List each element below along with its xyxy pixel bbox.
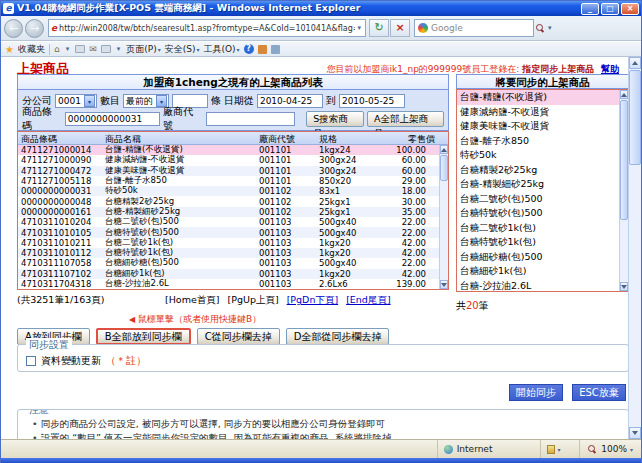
cell-spec: 1kgx20 bbox=[316, 238, 378, 248]
extension-icon[interactable] bbox=[258, 45, 267, 54]
feeds-icon[interactable] bbox=[75, 45, 85, 53]
address-dropdown-icon[interactable]: ▾ bbox=[355, 24, 363, 32]
extension-icon[interactable] bbox=[271, 45, 280, 54]
tools-menu[interactable]: 工具(O) ▾ bbox=[204, 43, 240, 56]
pagination-link[interactable]: [PgDn下頁] bbox=[287, 294, 339, 305]
print-dropdown-icon[interactable]: ▾ bbox=[115, 45, 123, 53]
cell-vendor: 001103 bbox=[256, 258, 316, 268]
vendor-input[interactable] bbox=[206, 112, 295, 126]
address-bar: ← → e http://win2008/tw/btch/searesult1.… bbox=[1, 16, 641, 41]
col-vendor: 廠商代號 bbox=[256, 132, 316, 144]
sync-list-scrollbar[interactable] bbox=[619, 90, 628, 291]
scroll-thumb[interactable] bbox=[440, 155, 448, 181]
refresh-button[interactable]: ↻ bbox=[369, 19, 389, 37]
url-text[interactable]: http://win2008/tw/btch/searesult1.asp?fr… bbox=[59, 24, 355, 33]
chevron-down-icon: ▾ bbox=[84, 95, 95, 107]
search-box[interactable]: Google bbox=[414, 19, 534, 37]
home-dropdown-icon[interactable]: ▾ bbox=[64, 45, 72, 53]
hint-annotation: ◀ 鼠標單擊（或者使用快捷鍵B） bbox=[129, 313, 449, 326]
list-item[interactable]: 台糖特號砂1k(包) bbox=[457, 235, 628, 250]
scroll-down-icon[interactable] bbox=[440, 280, 448, 289]
list-item[interactable]: 台鹽-精鹽(不收退貨) bbox=[457, 90, 628, 105]
page-content: 上架商品 您目前以加盟商ik1_np的999999號員工登錄在: 指定同步上架商… bbox=[1, 57, 641, 439]
barcode-input[interactable]: 0000000000031 bbox=[65, 112, 160, 126]
list-item[interactable]: 台糖精製2砂25kg bbox=[457, 163, 628, 178]
read-mail-icon[interactable]: ✉ bbox=[89, 44, 97, 54]
page-favicon-icon: e bbox=[51, 23, 57, 33]
forward-button[interactable]: → bbox=[25, 19, 44, 38]
zoom-control[interactable]: 100% ▾ bbox=[580, 440, 641, 458]
pagination-link[interactable]: [End尾頁] bbox=[346, 294, 390, 305]
maximize-button[interactable]: □ bbox=[601, 3, 619, 15]
product-table: 商品條碼 商品名稱 廠商代號 規格 零售價 4711271000014 台鹽-精… bbox=[17, 131, 449, 290]
address-input[interactable]: e http://win2008/tw/btch/searesult1.asp?… bbox=[48, 19, 366, 37]
help-icon[interactable]: ? bbox=[244, 44, 254, 54]
all-products-button[interactable]: A全部上架商品 bbox=[367, 111, 444, 127]
pagination-link[interactable]: [PgUp上頁] bbox=[227, 294, 278, 305]
list-item[interactable]: 台鹽-離子水850 bbox=[457, 134, 628, 149]
date-to-input[interactable]: 2010-05-25 bbox=[339, 94, 405, 108]
scroll-thumb[interactable] bbox=[629, 70, 641, 165]
search-dropdown-icon[interactable]: ▾ bbox=[546, 24, 554, 32]
list-item[interactable]: 健康減納鹽-不收退貨 bbox=[457, 105, 628, 120]
favorites-label[interactable]: 收藏夹 bbox=[18, 43, 45, 56]
cell-spec: 1kgx20 bbox=[316, 248, 378, 258]
start-sync-button[interactable]: 開始同步 bbox=[509, 384, 563, 401]
cell-spec: 25kgx1 bbox=[316, 207, 378, 217]
page-menu[interactable]: 页面(P) ▾ bbox=[126, 43, 160, 56]
sync-buttons: 開始同步 ESC放棄 bbox=[509, 384, 626, 401]
esc-cancel-button[interactable]: ESC放棄 bbox=[572, 384, 626, 401]
scroll-down-icon[interactable] bbox=[629, 427, 641, 439]
list-item[interactable]: 台糖二號砂(包)500 bbox=[457, 192, 628, 207]
scroll-up-icon[interactable] bbox=[629, 57, 641, 69]
scroll-up-icon[interactable] bbox=[620, 90, 628, 99]
help-link[interactable]: 幫助 bbox=[601, 64, 619, 74]
product-table-body: 4711271000014 台鹽-精鹽(不收退貨) 001101 1kgx24 … bbox=[18, 145, 448, 289]
list-item[interactable]: 台糖細砂糖(包)500 bbox=[457, 250, 628, 265]
cell-barcode: 4710311010105 bbox=[18, 228, 102, 238]
home-icon[interactable]: ⌂ bbox=[54, 44, 60, 54]
separator bbox=[49, 44, 50, 55]
list-item[interactable]: 健康美味鹽-不收退貨 bbox=[457, 119, 628, 134]
list-item[interactable]: 特砂50k bbox=[457, 148, 628, 163]
favorites-star-icon[interactable]: ★ bbox=[5, 44, 14, 55]
table-row[interactable]: 4710311704318 台糖-沙拉油2.6L 001103 2.6Lx6 1… bbox=[18, 279, 448, 289]
sync-action-button[interactable]: C從同步欄去掉 bbox=[197, 328, 280, 345]
print-icon[interactable] bbox=[101, 45, 111, 53]
cell-spec: 1kgx24 bbox=[316, 145, 378, 155]
sync-action-button[interactable]: D全部從同步欄去掉 bbox=[286, 328, 390, 345]
protected-mode-indicator[interactable]: ▾ bbox=[541, 440, 581, 458]
close-button[interactable]: × bbox=[621, 3, 639, 15]
list-item[interactable]: 台糖-沙拉油2.6L bbox=[457, 279, 628, 293]
chevron-down-icon: ▾ bbox=[558, 446, 561, 453]
sync-action-button[interactable]: B全部放到同步欄 bbox=[96, 328, 191, 345]
search-products-button[interactable]: S搜索商品 bbox=[306, 111, 364, 127]
date-to-label: 到 bbox=[326, 94, 336, 108]
zone-label: Internet bbox=[457, 444, 493, 454]
pagination-link[interactable]: [Home首頁] bbox=[165, 294, 219, 305]
minimize-button[interactable]: _ bbox=[581, 3, 599, 15]
update-on-change-checkbox[interactable] bbox=[26, 356, 36, 366]
back-button[interactable]: ← bbox=[4, 19, 23, 38]
scroll-down-icon[interactable] bbox=[620, 282, 628, 291]
list-item[interactable]: 台糖-精製細砂25kg bbox=[457, 177, 628, 192]
list-item[interactable]: 台糖特號砂(包)500 bbox=[457, 206, 628, 221]
sync-settings: 同步設置 資料變動更新 （＊註） bbox=[17, 344, 629, 372]
cell-price: 22.00 bbox=[378, 228, 438, 238]
stop-button[interactable]: × bbox=[390, 19, 410, 37]
pagination: (共3251筆1/163頁) [Home首頁][PgUp上頁][PgDn下頁][… bbox=[17, 294, 449, 307]
search-input[interactable]: Google bbox=[431, 23, 530, 33]
safety-menu[interactable]: 安全(S) ▾ bbox=[165, 43, 200, 56]
scroll-up-icon[interactable] bbox=[440, 145, 448, 154]
count-select[interactable]: 最前的 ▾ bbox=[123, 94, 169, 108]
list-item[interactable]: 台糖二號砂1k(包) bbox=[457, 221, 628, 236]
cell-barcode: 4710311010112 bbox=[18, 248, 102, 258]
page-scrollbar[interactable] bbox=[628, 57, 641, 439]
list-item[interactable]: 台糖細砂1k(包) bbox=[457, 264, 628, 279]
table-scrollbar[interactable] bbox=[439, 145, 448, 289]
date-from-input[interactable]: 2010-04-25 bbox=[257, 94, 323, 108]
cell-price: 60.00 bbox=[378, 166, 438, 176]
scroll-thumb[interactable] bbox=[620, 100, 628, 220]
search-magnifier-icon[interactable] bbox=[536, 24, 544, 32]
cell-spec: 850x20 bbox=[316, 176, 378, 186]
